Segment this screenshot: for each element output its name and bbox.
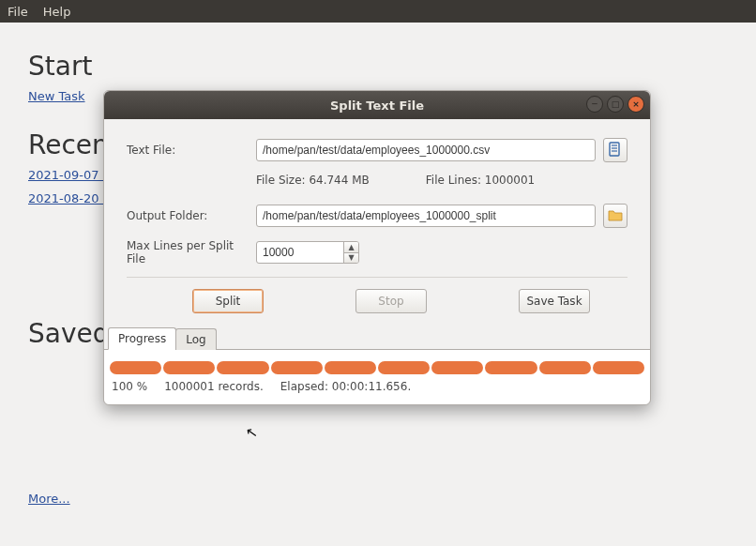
close-button[interactable]: × bbox=[627, 96, 644, 113]
file-size-text: File Size: 64.744 MB bbox=[256, 174, 370, 187]
minimize-button[interactable]: ─ bbox=[586, 96, 603, 113]
menu-help[interactable]: Help bbox=[43, 5, 71, 19]
text-file-label: Text File: bbox=[127, 144, 249, 157]
max-lines-spinner[interactable]: ▲ ▼ bbox=[256, 241, 359, 264]
more-link[interactable]: More... bbox=[28, 492, 70, 506]
folder-icon bbox=[608, 207, 623, 225]
progress-records: 1000001 records. bbox=[164, 380, 264, 393]
maximize-button[interactable]: □ bbox=[607, 96, 624, 113]
tab-log[interactable]: Log bbox=[175, 328, 216, 350]
dialog-titlebar[interactable]: Split Text File ─ □ × bbox=[104, 91, 650, 119]
file-icon bbox=[608, 142, 623, 159]
menu-file[interactable]: File bbox=[8, 5, 28, 19]
text-file-input[interactable] bbox=[256, 139, 596, 161]
browse-folder-button[interactable] bbox=[603, 204, 627, 228]
recent-item-1[interactable]: 2021-08-20 1 bbox=[28, 191, 111, 205]
output-folder-label: Output Folder: bbox=[127, 209, 249, 222]
spinner-up[interactable]: ▲ bbox=[343, 242, 358, 253]
save-task-button[interactable]: Save Task bbox=[519, 289, 590, 313]
tabbar: Progress Log bbox=[104, 326, 650, 350]
recent-item-0[interactable]: 2021-09-07 1 bbox=[28, 168, 111, 182]
svg-rect-0 bbox=[610, 143, 619, 156]
progress-bar bbox=[110, 361, 644, 374]
separator bbox=[127, 277, 627, 278]
output-folder-input[interactable] bbox=[256, 205, 596, 227]
stop-button[interactable]: Stop bbox=[355, 289, 427, 313]
new-task-link[interactable]: New Task bbox=[28, 89, 85, 103]
menubar: File Help bbox=[0, 0, 756, 23]
progress-elapsed: Elapsed: 00:00:11.656. bbox=[280, 380, 411, 393]
max-lines-label: Max Lines per Split File bbox=[127, 239, 249, 265]
split-button[interactable]: Split bbox=[192, 289, 264, 313]
browse-file-button[interactable] bbox=[603, 138, 627, 162]
tab-progress[interactable]: Progress bbox=[108, 327, 176, 350]
dialog-title: Split Text File bbox=[330, 99, 424, 113]
file-lines-text: File Lines: 1000001 bbox=[426, 174, 535, 187]
start-heading: Start bbox=[28, 51, 728, 82]
tab-content-progress: 100 % 1000001 records. Elapsed: 00:00:11… bbox=[104, 350, 650, 404]
split-dialog: Split Text File ─ □ × Text File: File Si… bbox=[103, 90, 651, 405]
progress-percent: 100 % bbox=[112, 380, 147, 393]
spinner-down[interactable]: ▼ bbox=[343, 253, 358, 264]
